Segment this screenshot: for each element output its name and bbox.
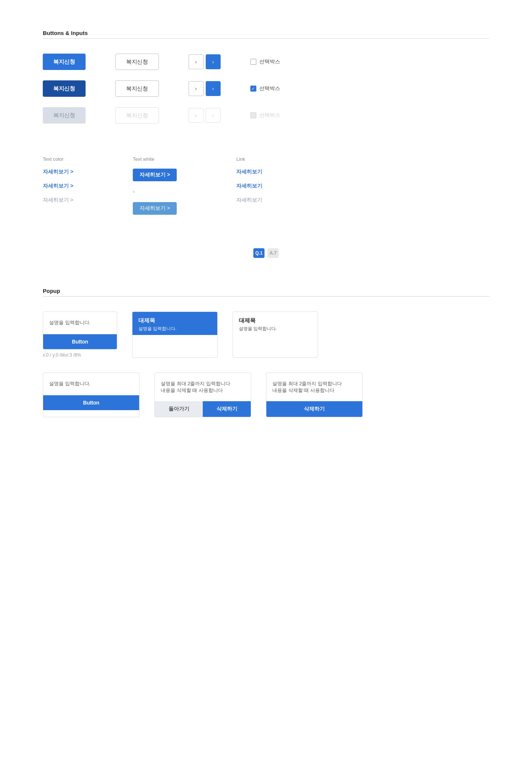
popup-delete-desc: 설명을 최대 2줄까지 입력합니다 내용을 삭제할 때 사용합니다: [272, 381, 342, 393]
page-btn-active[interactable]: Q.1: [253, 248, 265, 258]
popup-simple-title: 대제목: [239, 317, 312, 324]
popup-back-btn[interactable]: 돌아가기: [155, 401, 203, 417]
buttons-inputs-section: Buttons & Inputs 복지신청 복지신청 › › 선택박스 복지신청…: [0, 0, 532, 156]
checkbox-box-empty: [250, 59, 256, 65]
see-more-link-disabled: 자세히보기 >: [43, 197, 73, 204]
popup-card-1-wrapper: 설명을 입력합니다. Button x:0 / y:0 /blur:3 /8%: [43, 312, 117, 358]
welfare-apply-disabled-btn: 복지신청: [43, 107, 86, 124]
popup-row-1: 설명을 입력합니다. Button x:0 / y:0 /blur:3 /8% …: [43, 312, 489, 358]
popup-confirm-card: 설명을 최대 2줄까지 입력합니다 내용을 삭제할 때 사용합니다 돌아가기 삭…: [154, 373, 251, 417]
popup-blue-title: 대제목: [138, 317, 211, 324]
see-more-white-btn-disabled: 자세히보기 >: [133, 202, 177, 215]
popup-confirm-body: 설명을 최대 2줄까지 입력합니다 내용을 삭제할 때 사용합니다: [155, 373, 251, 401]
section-title-buttons: Buttons & Inputs: [43, 30, 489, 36]
see-more-link-1[interactable]: 자세히보기 >: [43, 169, 73, 175]
popup-card-4-body: 설명을 입력합니다.: [43, 373, 139, 395]
popup-simple-head: 대제목 설명을 입력합니다.: [233, 312, 318, 335]
see-more-plain-2[interactable]: 자세히보기: [236, 183, 262, 189]
popup-blue-header-card: 대제목 설명을 입력합니다.: [132, 312, 218, 358]
see-more-white-btn-1[interactable]: 자세히보기 >: [133, 169, 177, 181]
popup-card-4: 설명을 입력합니다. Button: [43, 373, 140, 417]
checkbox-group-disabled: 선택박스: [250, 112, 280, 119]
text-links-cols: Text color 자세히보기 > 자세히보기 > 자세히보기 > Text …: [43, 156, 489, 222]
popup-card-1: 설명을 입력합니다. Button: [43, 312, 117, 349]
popup-card-1-body: 설명을 입력합니다.: [43, 312, 117, 334]
popup-blue-head: 대제목 설명을 입력합니다.: [132, 312, 217, 335]
divider: [43, 38, 489, 39]
link-header: Link: [236, 156, 262, 162]
popup-desc-1: 설명을 입력합니다.: [49, 320, 90, 325]
see-more-btn-label-1: 자세히보기 >: [140, 172, 170, 178]
arrow-btn-outline-left-2[interactable]: ›: [189, 81, 203, 96]
text-links-area: Text color 자세히보기 > 자세히보기 > 자세히보기 > Text …: [0, 156, 532, 222]
checkbox-group: 선택박스: [250, 58, 280, 65]
popup-row-2: 설명을 입력합니다. Button 설명을 최대 2줄까지 입력합니다 내용을 …: [43, 373, 489, 417]
checkbox-unchecked[interactable]: 선택박스: [250, 58, 280, 65]
arrow-btn-group-normal: › ›: [189, 54, 221, 69]
popup-section: Popup 설명을 입력합니다. Button x:0 / y:0 /blur:…: [0, 288, 532, 447]
popup-simple-header-card: 대제목 설명을 입력합니다.: [233, 312, 318, 358]
popup-delete-btn[interactable]: 삭제하기: [203, 401, 251, 417]
popup-card-1-btn[interactable]: Button: [43, 334, 117, 349]
arrow-btn-disabled-left: ›: [189, 108, 203, 123]
popup-blue-desc: 설명을 입력합니다.: [138, 326, 211, 332]
arrow-btn-disabled-right: ›: [206, 108, 221, 123]
welfare-apply-outline-btn[interactable]: 복지신청: [115, 54, 159, 70]
pagination-area: Q.1 A.7: [0, 241, 532, 288]
welfare-apply-primary-btn[interactable]: 복지신청: [43, 54, 86, 70]
text-white-header: Text white: [133, 156, 177, 162]
text-color-col: Text color 자세히보기 > 자세히보기 > 자세히보기 >: [43, 156, 73, 222]
welfare-apply-outline-disabled-btn: 복지신청: [115, 107, 159, 124]
popup-confirm-desc: 설명을 최대 2줄까지 입력합니다 내용을 삭제할 때 사용합니다: [161, 381, 230, 393]
text-white-col: Text white 자세히보기 > - 자세히보기 >: [133, 156, 177, 222]
popup-confirm-btns: 돌아가기 삭제하기: [155, 401, 251, 417]
popup-simple-desc: 설명을 입력합니다.: [239, 326, 312, 332]
see-more-plain-disabled: 자세히보기: [236, 197, 262, 204]
popup-card-4-btn-row: Button: [43, 395, 139, 410]
arrow-btn-filled-right[interactable]: ›: [206, 54, 221, 69]
checkbox-disabled: 선택박스: [250, 112, 280, 119]
welfare-apply-primary-dark-btn[interactable]: 복지신청: [43, 80, 86, 97]
checkbox-checked[interactable]: ✓ 선택박스: [250, 85, 280, 92]
checkbox-label-2: 선택박스: [259, 85, 280, 92]
popup-delete-only-card: 설명을 최대 2줄까지 입력합니다 내용을 삭제할 때 사용합니다 삭제하기: [266, 373, 363, 417]
see-more-btn-label-disabled: 자세히보기 >: [140, 205, 170, 212]
popup-divider: [43, 296, 489, 297]
checkbox-box-disabled: [250, 112, 256, 118]
popup-card-4-btn[interactable]: Button: [43, 395, 139, 410]
popup-desc-4: 설명을 입력합니다.: [49, 381, 90, 386]
checkbox-label-3: 선택박스: [259, 112, 280, 119]
see-more-plain-1[interactable]: 자세히보기: [236, 169, 262, 175]
link-col: Link 자세히보기 자세히보기 자세히보기: [236, 156, 262, 222]
checkbox-label-1: 선택박스: [259, 58, 280, 65]
arrow-btn-outline-left[interactable]: ›: [189, 54, 203, 69]
text-color-header: Text color: [43, 156, 73, 162]
section-title-popup: Popup: [43, 288, 489, 294]
welfare-apply-outline-active-btn[interactable]: 복지신청: [115, 80, 159, 97]
button-row-disabled: 복지신청 복지신청 › › 선택박스: [43, 107, 489, 124]
popup-delete-only-body: 설명을 최대 2줄까지 입력합니다 내용을 삭제할 때 사용합니다: [266, 373, 362, 401]
shadow-note: x:0 / y:0 /blur:3 /8%: [43, 352, 117, 358]
checkbox-box-checked: ✓: [250, 86, 256, 92]
checkbox-group-checked: ✓ 선택박스: [250, 85, 280, 92]
arrow-btn-group-active: › ›: [189, 81, 221, 96]
dash-text: -: [133, 189, 177, 195]
arrow-btn-group-disabled: › ›: [189, 108, 221, 123]
see-more-link-2[interactable]: 자세히보기 >: [43, 183, 73, 189]
button-row-active: 복지신청 복지신청 › › ✓ 선택박스: [43, 80, 489, 97]
popup-card-1-btn-row: Button: [43, 334, 117, 349]
popup-delete-only-btn[interactable]: 삭제하기: [266, 401, 362, 417]
button-row-normal: 복지신청 복지신청 › › 선택박스: [43, 54, 489, 70]
arrow-btn-filled-right-2[interactable]: ›: [206, 81, 221, 96]
page-btn-inactive[interactable]: A.7: [267, 248, 279, 258]
